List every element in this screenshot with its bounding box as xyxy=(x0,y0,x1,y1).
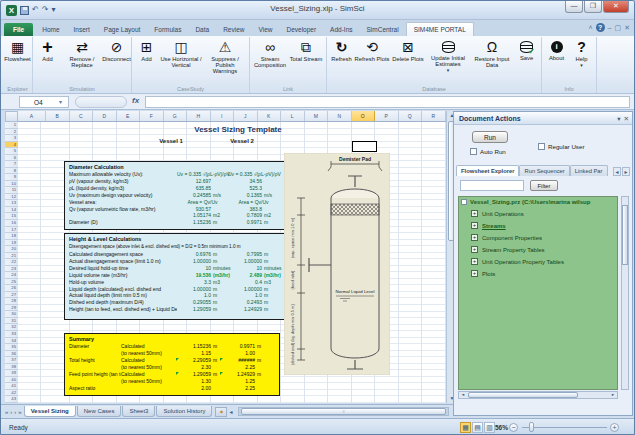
column-header-K[interactable]: K xyxy=(258,111,282,121)
column-header-P[interactable]: P xyxy=(375,111,399,121)
sheet-horizontal-scrollbar[interactable]: ≡ xyxy=(238,407,449,416)
column-header-A[interactable]: A xyxy=(18,111,46,121)
tab-scroll-left-icon[interactable]: ◂ xyxy=(229,408,232,415)
ribbon-tab-simcentral[interactable]: SimCentral xyxy=(360,23,406,36)
grid[interactable]: Vessel Sizing Template Vessel 1 Vessel 2… xyxy=(18,122,446,403)
disconnect-button[interactable]: ⊘Disconnect xyxy=(104,38,129,62)
page-layout-view-icon[interactable]: ▤ xyxy=(472,422,483,433)
scroll-right-icon[interactable]: ► xyxy=(609,392,617,398)
scroll-thumb[interactable] xyxy=(622,205,628,265)
column-header-I[interactable]: I xyxy=(211,111,235,121)
next-sheet-icon[interactable]: › xyxy=(14,409,16,415)
tree-root-checkbox[interactable] xyxy=(461,199,467,205)
refresh-plots-button[interactable]: ⟲Refresh Plots xyxy=(354,38,390,62)
add-button[interactable]: +Add xyxy=(35,38,60,62)
expand-icon[interactable]: + xyxy=(471,234,478,241)
ribbon-tab-developer[interactable]: Developer xyxy=(279,23,323,36)
column-header-F[interactable]: F xyxy=(140,111,164,121)
tree-item-unit-operations[interactable]: +Unit Operations xyxy=(471,210,617,217)
flowsheet-button[interactable]: ▦Flowsheet xyxy=(5,38,30,62)
column-header-C[interactable]: C xyxy=(70,111,94,121)
page-break-view-icon[interactable]: ▥ xyxy=(484,422,495,433)
stream-composition-button[interactable]: ∞Stream Composition xyxy=(252,38,288,68)
zoom-in-icon[interactable]: + xyxy=(610,423,619,432)
collapse-ribbon-icon[interactable]: ˄ xyxy=(589,23,593,32)
first-sheet-icon[interactable]: « xyxy=(5,409,8,415)
tree-item-streams[interactable]: +Streams xyxy=(471,222,617,229)
remove-replace-button[interactable]: ⇄Remove / Replace xyxy=(60,38,104,68)
tree-horizontal-scrollbar[interactable]: ◄ ► xyxy=(458,391,618,399)
sheet-tab-new-cases[interactable]: New Cases xyxy=(77,406,122,417)
tree-item-unit-operation-property-tables[interactable]: +Unit Operation Property Tables xyxy=(471,258,617,265)
auto-run-checkbox[interactable] xyxy=(470,148,477,155)
scroll-thumb[interactable] xyxy=(468,392,578,398)
ribbon-tab-page-layout[interactable]: Page Layout xyxy=(97,23,148,36)
regular-user-checkbox[interactable] xyxy=(538,143,545,150)
suppress-publish-warnings-button[interactable]: ⚠Suppress / Publish Warnings xyxy=(203,38,247,75)
ribbon-tab-add-ins[interactable]: Add-Ins xyxy=(323,23,359,36)
zoom-level[interactable]: 56% xyxy=(495,424,508,431)
column-header-E[interactable]: E xyxy=(117,111,141,121)
workbook-minimize-icon[interactable]: ‒ xyxy=(608,23,612,32)
insert-function-icon[interactable]: fx xyxy=(132,96,139,105)
column-header-N[interactable]: N xyxy=(328,111,352,121)
help-button[interactable]: ?Help▾ xyxy=(569,38,594,68)
ribbon-tab-insert[interactable]: Insert xyxy=(67,23,97,36)
refresh-button[interactable]: ↻Refresh xyxy=(329,38,354,62)
update-initial-estimates-button[interactable]: Update Initial Estimates▾ xyxy=(426,38,470,74)
tree-root[interactable]: Vessel_Sizing.prz (C:\Users\marina wilsu… xyxy=(461,199,617,205)
add-button[interactable]: ⊞Add xyxy=(134,38,159,62)
restore-input-data-button[interactable]: ΩRestore Input Data xyxy=(470,38,514,68)
pane-tab-linked-par[interactable]: Linked Par xyxy=(570,165,608,176)
ribbon-tab-view[interactable]: View xyxy=(251,23,279,36)
ribbon-tab-home[interactable]: Home xyxy=(35,23,66,36)
tree-item-stream-property-tables[interactable]: +Stream Property Tables xyxy=(471,246,617,253)
column-header-L[interactable]: L xyxy=(281,111,305,121)
total-stream-button[interactable]: ⧉Total Stream xyxy=(288,38,324,62)
column-header-O[interactable]: O xyxy=(352,111,376,121)
zoom-slider-track[interactable] xyxy=(522,427,607,428)
restore-icon[interactable]: ❐ xyxy=(584,1,602,13)
expand-icon[interactable]: + xyxy=(471,270,478,277)
ribbon-tab-data[interactable]: Data xyxy=(188,23,216,36)
name-box-dropdown-icon[interactable]: ▾ xyxy=(59,98,62,105)
tree-item-plots[interactable]: +Plots xyxy=(471,270,617,277)
formula-input[interactable] xyxy=(145,96,630,108)
column-header-D[interactable]: D xyxy=(93,111,117,121)
pane-tab-flowsheet-explorer[interactable]: Flowsheet Explorer xyxy=(456,165,519,176)
pane-close-icon[interactable]: ✕ xyxy=(624,114,629,123)
ribbon-tab-review[interactable]: Review xyxy=(216,23,251,36)
insert-worksheet-icon[interactable]: ✶ xyxy=(215,407,227,417)
workbook-restore-icon[interactable]: ▢ xyxy=(615,23,622,32)
qat-dropdown-icon[interactable]: ▾ xyxy=(51,4,55,16)
redo-icon[interactable]: ↷ xyxy=(42,4,49,16)
expand-icon[interactable]: + xyxy=(471,222,478,229)
column-header-H[interactable]: H xyxy=(187,111,211,121)
filter-input[interactable] xyxy=(460,180,524,191)
delete-plots-button[interactable]: ⊠Delete Plots xyxy=(390,38,426,62)
expand-icon[interactable]: + xyxy=(471,246,478,253)
pane-tab-run-sequencer[interactable]: Run Sequencer xyxy=(519,165,569,176)
sheet-tab-solution-history[interactable]: Solution History xyxy=(156,406,212,417)
save-button[interactable]: ✓Save xyxy=(514,38,539,61)
tab-scroll-right-icon[interactable]: ► xyxy=(622,167,630,176)
scroll-left-icon[interactable]: ◄ xyxy=(459,392,467,398)
column-header-M[interactable]: M xyxy=(305,111,329,121)
column-header-G[interactable]: G xyxy=(164,111,188,121)
prev-sheet-icon[interactable]: ‹ xyxy=(10,409,12,415)
ribbon-tab-file[interactable]: File xyxy=(4,23,33,36)
run-button[interactable]: Run xyxy=(472,131,508,143)
row-header-43[interactable]: 43 xyxy=(5,396,18,403)
last-sheet-icon[interactable]: » xyxy=(18,409,21,415)
undo-icon[interactable]: ↶ xyxy=(32,4,39,16)
select-all-corner[interactable] xyxy=(5,111,18,122)
normal-view-icon[interactable]: ▦ xyxy=(460,422,471,433)
workbook-close-icon[interactable]: ✕ xyxy=(624,23,630,32)
zoom-slider-thumb[interactable] xyxy=(529,422,534,432)
column-header-R[interactable]: R xyxy=(422,111,446,121)
use-horizontal-vertical-button[interactable]: ◫Use Horizontal / Vertical xyxy=(159,38,203,68)
column-header-Q[interactable]: Q xyxy=(399,111,423,121)
pane-vertical-scrollbar[interactable] xyxy=(621,196,629,390)
minimize-icon[interactable]: — xyxy=(565,1,583,13)
column-header-B[interactable]: B xyxy=(46,111,70,121)
